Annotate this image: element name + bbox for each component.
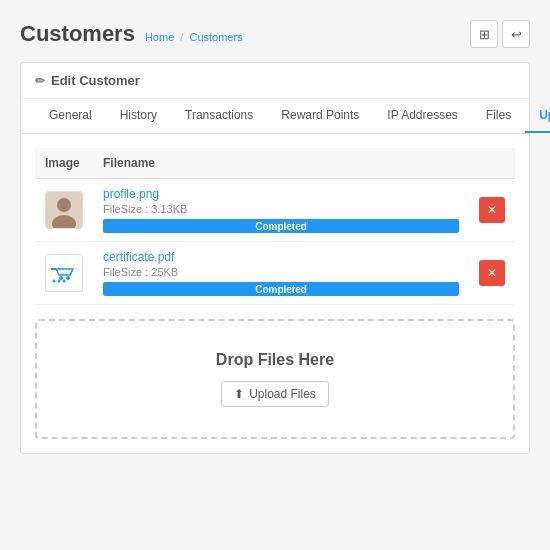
breadcrumb: Home / Customers <box>145 31 243 43</box>
file-image-cell-2 <box>35 242 93 305</box>
file-link-2[interactable]: certificate.pdf <box>103 250 459 264</box>
tab-general[interactable]: General <box>35 99 106 133</box>
svg-point-7 <box>53 280 56 283</box>
back-button[interactable]: ↩ <box>502 20 530 48</box>
filename-cell-2: certificate.pdf FileSize : 25KB Complete… <box>93 242 469 305</box>
page-header: Customers Home / Customers ⊞ ↩ <box>20 20 530 48</box>
file-image-cell <box>35 179 93 242</box>
card-header: ✏ Edit Customer <box>21 63 529 99</box>
filename-cell-1: profile.png FileSize : 3.13KB Completed <box>93 179 469 242</box>
upload-button-label: Upload Files <box>249 387 316 401</box>
action-cell-2: ✕ <box>469 242 515 305</box>
cert-svg <box>46 255 82 291</box>
page-title: Customers <box>20 21 135 47</box>
breadcrumb-home[interactable]: Home <box>145 31 174 43</box>
svg-point-6 <box>66 276 70 280</box>
progress-label-2: Completed <box>255 284 307 295</box>
progress-bar-2: Completed <box>103 282 459 296</box>
upload-table: Image Filename <box>35 148 515 305</box>
header-buttons: ⊞ ↩ <box>470 20 530 48</box>
filesize-1: FileSize : 3.13KB <box>103 203 459 215</box>
file-link-1[interactable]: profile.png <box>103 187 459 201</box>
upload-icon: ⬆ <box>234 387 244 401</box>
delete-button-2[interactable]: ✕ <box>479 260 505 286</box>
progress-bar-1: Completed <box>103 219 459 233</box>
filesize-2: FileSize : 25KB <box>103 266 459 278</box>
delete-button-1[interactable]: ✕ <box>479 197 505 223</box>
col-action <box>469 148 515 179</box>
svg-rect-3 <box>46 255 82 291</box>
action-cell-1: ✕ <box>469 179 515 242</box>
file-image-avatar <box>45 191 83 229</box>
svg-point-5 <box>59 276 63 280</box>
table-header-row: Image Filename <box>35 148 515 179</box>
tab-ip-addresses[interactable]: IP Addresses <box>373 99 472 133</box>
card-title: Edit Customer <box>51 73 140 88</box>
card-body: Image Filename <box>21 134 529 453</box>
col-filename: Filename <box>93 148 469 179</box>
col-image: Image <box>35 148 93 179</box>
drop-zone: Drop Files Here ⬆ Upload Files <box>35 319 515 439</box>
table-row: certificate.pdf FileSize : 25KB Complete… <box>35 242 515 305</box>
tab-files[interactable]: Files <box>472 99 525 133</box>
tabs-bar: General History Transactions Reward Poin… <box>21 99 529 134</box>
delete-icon-2: ✕ <box>487 266 497 280</box>
file-image-cert <box>45 254 83 292</box>
avatar-svg <box>46 192 82 228</box>
grid-view-button[interactable]: ⊞ <box>470 20 498 48</box>
tab-history[interactable]: History <box>106 99 171 133</box>
tab-upload[interactable]: Upload <box>525 99 550 133</box>
edit-customer-card: ✏ Edit Customer General History Transact… <box>20 62 530 454</box>
tab-transactions[interactable]: Transactions <box>171 99 267 133</box>
delete-icon-1: ✕ <box>487 203 497 217</box>
breadcrumb-current[interactable]: Customers <box>189 31 242 43</box>
table-row: profile.png FileSize : 3.13KB Completed … <box>35 179 515 242</box>
tab-reward-points[interactable]: Reward Points <box>267 99 373 133</box>
svg-point-1 <box>57 198 71 212</box>
back-icon: ↩ <box>511 27 522 42</box>
svg-point-9 <box>63 280 66 283</box>
pencil-icon: ✏ <box>35 74 45 88</box>
drop-zone-title: Drop Files Here <box>57 351 493 369</box>
upload-files-button[interactable]: ⬆ Upload Files <box>221 381 329 407</box>
title-area: Customers Home / Customers <box>20 21 243 47</box>
svg-point-8 <box>58 280 61 283</box>
grid-icon: ⊞ <box>479 27 490 42</box>
breadcrumb-separator: / <box>180 31 186 43</box>
progress-label-1: Completed <box>255 221 307 232</box>
